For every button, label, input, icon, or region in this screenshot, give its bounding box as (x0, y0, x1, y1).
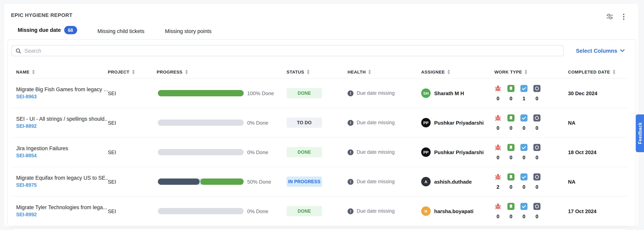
health-text: Due date missing (357, 149, 395, 155)
project-cell: SEI (108, 90, 157, 96)
task-count: 1 (522, 96, 525, 101)
sort-icon[interactable] (307, 70, 310, 74)
story-icon (508, 203, 514, 210)
avatar: PP (421, 147, 431, 157)
tab-missing-due-date[interactable]: Missing due date 68 (14, 26, 80, 40)
sort-icon[interactable] (32, 70, 35, 74)
card-header: EPIC HYGIENE REPORT (4, 4, 638, 18)
sort-icon[interactable] (132, 70, 135, 74)
filter-sliders-button[interactable] (606, 12, 614, 20)
project-cell: SEI (108, 179, 157, 185)
story-icon (508, 114, 514, 121)
task-icon (520, 85, 528, 92)
search-wrap (12, 45, 564, 56)
header-actions (606, 12, 625, 20)
column-header-assignee[interactable]: ASSIGNEE (421, 70, 494, 74)
ticket-link[interactable]: SEI-8892 (16, 123, 36, 129)
status-badge: DONE (286, 206, 322, 216)
table-row[interactable]: Migrate Big Fish Games from legacy ... S… (12, 79, 628, 108)
sort-icon[interactable] (448, 70, 450, 74)
status-badge: DONE (286, 88, 322, 98)
column-header-name[interactable]: NAME (12, 70, 108, 74)
project-cell: SEI (108, 120, 157, 126)
warning-icon: ! (348, 90, 354, 96)
completed-date: NA (568, 120, 628, 126)
bug-icon (494, 203, 502, 210)
status-badge: DONE (286, 147, 322, 157)
bug-count: 0 (496, 96, 499, 101)
task-count: 0 (522, 184, 525, 190)
column-header-project[interactable]: PROJECT (108, 70, 157, 74)
ticket-link[interactable]: SEI-8963 (16, 94, 36, 99)
more-options-button[interactable] (622, 13, 625, 20)
bug-icon (494, 144, 502, 151)
other-work-type-icon (534, 114, 540, 121)
tab-missing-child-tickets[interactable]: Missing child tickets (94, 28, 148, 40)
select-columns-button[interactable]: Select Columns (574, 47, 627, 54)
bug-count: 0 (496, 155, 499, 160)
epic-name: Jira Ingestion Failures (16, 146, 108, 151)
completed-date: 17 Oct 2024 (568, 208, 628, 214)
ticket-link[interactable]: SEI-8992 (16, 212, 36, 218)
story-icon (508, 85, 514, 92)
story-count: 0 (510, 184, 512, 190)
other-count: 0 (536, 184, 538, 190)
sort-icon[interactable] (525, 70, 527, 74)
task-icon (520, 114, 528, 121)
table-row[interactable]: Jira Ingestion Failures SEI-8854 SEI 0% … (12, 138, 628, 167)
project-cell: SEI (108, 208, 157, 214)
search-input[interactable] (12, 45, 564, 56)
health-text: Due date missing (357, 120, 395, 125)
sort-icon[interactable] (185, 70, 188, 74)
column-header-work-type[interactable]: WORK TYPE (494, 70, 568, 74)
avatar: H (421, 207, 431, 216)
status-badge: TO DO (286, 118, 322, 128)
select-columns-label: Select Columns (576, 47, 617, 54)
column-header-progress[interactable]: PROGRESS (157, 70, 286, 74)
other-count: 0 (536, 214, 538, 219)
tab-label: Missing due date (18, 27, 61, 33)
health-text: Due date missing (357, 208, 395, 214)
column-header-completed-date[interactable]: COMPLETED DATE (568, 70, 628, 74)
warning-icon: ! (348, 149, 354, 155)
other-work-type-icon (534, 144, 540, 151)
bug-icon (494, 173, 502, 181)
progress-bar (158, 208, 244, 214)
tab-label: Missing child tickets (98, 28, 144, 34)
column-header-health[interactable]: HEALTH (348, 70, 421, 74)
epic-name: SEI - UI - All strings / spellings shoul… (16, 116, 108, 122)
table-header-row: NAME PROJECT PROGRESS STATUS (12, 66, 628, 79)
progress-label: 100% Done (247, 90, 274, 96)
ticket-link[interactable]: SEI-8854 (16, 153, 36, 158)
assignee-name: ashish.duthade (434, 179, 472, 185)
completed-date: 30 Dec 2024 (568, 90, 628, 96)
completed-date: 18 Oct 2024 (568, 149, 628, 155)
bug-icon (494, 114, 502, 121)
story-count: 0 (510, 125, 512, 131)
bug-count: 2 (496, 184, 499, 190)
tab-missing-story-points[interactable]: Missing story points (162, 28, 215, 40)
story-count: 0 (510, 214, 512, 219)
epic-hygiene-report-widget: EPIC HYGIENE REPORT Missing due dat (0, 0, 644, 230)
progress-label: 0% Done (247, 208, 268, 214)
table-row[interactable]: SEI - UI - All strings / spellings shoul… (12, 108, 628, 138)
table-row[interactable]: Migrate Tyler Technologies from lega... … (12, 197, 628, 226)
other-work-type-icon (534, 203, 540, 210)
assignee-name: harsha.boyapati (434, 208, 473, 214)
table-row[interactable]: Migrate Equifax from legacy US to SE... … (12, 167, 628, 197)
sort-icon[interactable] (368, 70, 371, 74)
story-icon (508, 173, 514, 181)
other-count: 0 (536, 125, 538, 131)
sort-icon[interactable] (613, 70, 615, 74)
warning-icon: ! (348, 120, 354, 126)
project-cell: SEI (108, 149, 157, 155)
feedback-side-tab[interactable]: Feedback (636, 114, 644, 152)
column-header-status[interactable]: STATUS (286, 70, 348, 74)
bug-count: 0 (496, 214, 499, 219)
tab-label: Missing story points (165, 28, 212, 34)
progress-done-segment (200, 179, 244, 185)
assignee-name: Pushkar Priyadarshi (434, 120, 484, 126)
ticket-link[interactable]: SEI-8975 (16, 183, 36, 188)
progress-bar (158, 149, 244, 155)
task-count: 0 (522, 214, 525, 219)
